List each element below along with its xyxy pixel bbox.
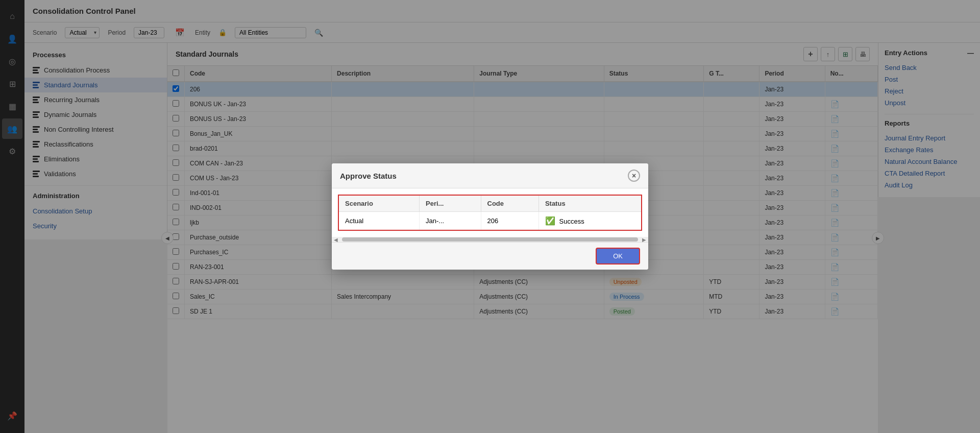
modal-body: Scenario Peri... Code Status Actual Jan-… (332, 188, 648, 237)
modal-col-status: Status (538, 195, 642, 212)
modal-col-period: Peri... (420, 195, 481, 212)
scrollbar-thumb[interactable] (342, 237, 638, 242)
modal-ok-button[interactable]: OK (596, 248, 640, 264)
scroll-right-arrow[interactable]: ▶ (640, 237, 648, 243)
modal-title: Approve Status (340, 172, 397, 180)
modal-table-row: Actual Jan-... 206 ✅ Success (338, 212, 642, 231)
modal-close-button[interactable]: × (628, 170, 640, 182)
modal-status-text: Success (559, 218, 584, 225)
modal-footer: OK (332, 242, 648, 270)
modal-table: Scenario Peri... Code Status Actual Jan-… (338, 195, 642, 231)
modal-row-period: Jan-... (420, 212, 481, 231)
modal-header: Approve Status × (332, 163, 648, 188)
modal-col-code: Code (481, 195, 538, 212)
modal-overlay: Approve Status × Scenario Peri... Code S… (0, 0, 980, 433)
modal-row-code: 206 (481, 212, 538, 231)
success-check-icon: ✅ (545, 216, 555, 225)
modal-horizontal-scrollbar[interactable]: ◀ ▶ (332, 237, 648, 242)
modal-col-scenario: Scenario (338, 195, 420, 212)
scroll-left-arrow[interactable]: ◀ (332, 237, 340, 243)
modal-row-status: ✅ Success (538, 212, 642, 231)
modal-row-scenario: Actual (338, 212, 420, 231)
approve-status-modal: Approve Status × Scenario Peri... Code S… (332, 163, 648, 270)
